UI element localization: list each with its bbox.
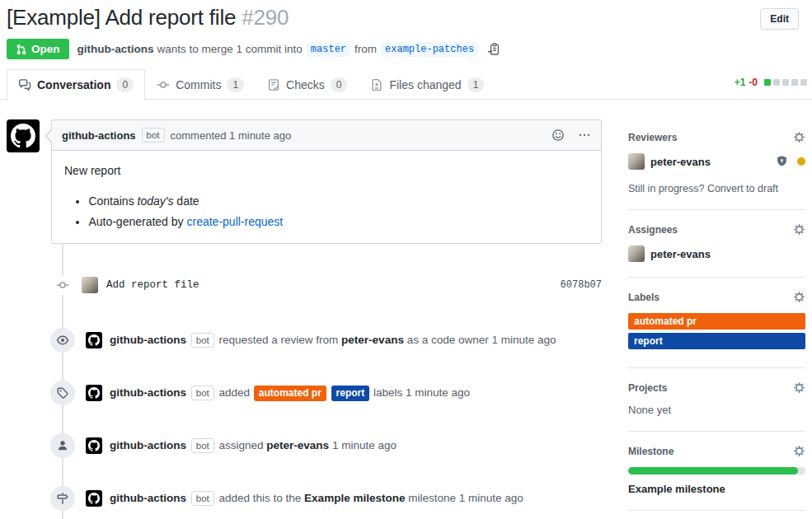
bot-badge: bot (191, 438, 214, 453)
reviewer-avatar (628, 153, 645, 170)
git-pull-request-icon (16, 44, 27, 55)
milestone-name-link[interactable]: Example milestone (628, 483, 805, 495)
gear-icon[interactable] (793, 291, 805, 303)
label-automated-pr[interactable]: automated pr (628, 313, 805, 330)
pr-state-label: Open (31, 43, 60, 55)
github-actions-avatar[interactable] (86, 437, 102, 454)
commit-author-avatar[interactable] (82, 277, 98, 293)
bot-badge: bot (191, 333, 214, 348)
gear-icon[interactable] (793, 445, 805, 457)
comment-meta: commented 1 minute ago (171, 129, 292, 142)
copy-branch-icon[interactable] (487, 43, 500, 56)
github-actions-avatar[interactable] (86, 490, 102, 507)
tab-label: Commits (176, 78, 221, 91)
base-branch-chip[interactable]: master (307, 42, 350, 57)
sidebar-section-labels: Labels automated pr report (628, 278, 805, 368)
actor-link[interactable]: github-actions (110, 492, 186, 504)
tab-count: 1 (227, 77, 244, 92)
comment-box: github-actions bot commented 1 minute ag… (51, 119, 602, 244)
projects-heading[interactable]: Projects (628, 381, 805, 394)
from-text: from (354, 43, 377, 55)
commit-message-link[interactable]: Add report file (106, 279, 561, 291)
timeline-event-assigned: github-actions bot assigned peter-evans … (0, 433, 608, 458)
milestone-heading[interactable]: Milestone (628, 445, 805, 457)
bot-badge: bot (191, 386, 214, 400)
assignee-name: peter-evans (650, 248, 711, 260)
sidebar-section-assignees: Assignees peter-evans (628, 210, 805, 278)
person-icon (50, 433, 75, 458)
assignee-row[interactable]: peter-evans (628, 245, 805, 262)
event-timestamp[interactable]: 1 minute ago (459, 492, 523, 504)
tab-label: Checks (286, 78, 325, 91)
file-diff-icon (370, 78, 383, 91)
actor-link[interactable]: github-actions (110, 386, 186, 399)
reviewers-heading[interactable]: Reviewers (628, 131, 805, 143)
reviewer-row[interactable]: peter-evans (628, 153, 805, 170)
tab-checks[interactable]: Checks 0 (256, 69, 359, 100)
tab-conversation[interactable]: Conversation 0 (7, 69, 145, 100)
milestone-icon (50, 486, 75, 511)
label-chip-automated-pr[interactable]: automated pr (254, 386, 326, 401)
labels-heading[interactable]: Labels (628, 291, 805, 303)
git-commit-icon (157, 78, 170, 91)
comment-header: github-actions bot commented 1 minute ag… (52, 120, 601, 151)
comment-author-link[interactable]: github-actions (62, 129, 136, 142)
comment-intro: New report (64, 162, 589, 180)
event-timestamp[interactable]: 1 minute ago (332, 439, 397, 451)
octocat-icon (88, 387, 100, 399)
pr-author-link[interactable]: github-actions (77, 43, 154, 55)
head-branch-chip[interactable]: example-patches (381, 42, 478, 57)
milestone-progress-fill (628, 467, 798, 475)
timeline-event-labeled: github-actions bot added automated pr re… (0, 381, 608, 405)
commit-sha-link[interactable]: 6078b07 (561, 279, 602, 291)
convert-to-draft-link[interactable]: Convert to draft (707, 183, 778, 194)
eye-icon (50, 328, 75, 353)
timeline-event-milestoned: github-actions bot added this to the Exa… (0, 486, 608, 511)
sidebar-section-projects: Projects None yet (628, 368, 805, 432)
assignee-link[interactable]: peter-evans (266, 439, 329, 451)
comment-discussion-icon (18, 78, 31, 91)
add-reaction-icon[interactable] (552, 129, 565, 142)
timeline: Add report file 6078b07 github-actions b… (0, 244, 608, 511)
assignee-avatar (628, 245, 645, 262)
octocat-icon (11, 124, 35, 148)
diffstat: +1 -0 (735, 77, 807, 88)
shield-lock-icon (775, 155, 789, 168)
issue-comment: github-actions bot commented 1 minute ag… (0, 119, 608, 244)
commit-row: Add report file 6078b07 (0, 244, 608, 295)
tab-files-changed[interactable]: Files changed 1 (359, 69, 495, 100)
event-timestamp[interactable]: 1 minute ago (491, 334, 556, 346)
gear-icon[interactable] (793, 381, 805, 394)
pr-state-badge: Open (7, 39, 69, 59)
tab-commits[interactable]: Commits 1 (145, 69, 256, 100)
pr-number: #290 (242, 5, 289, 30)
event-text: github-actions bot added this to the Exa… (110, 491, 523, 506)
page-title: [Example] Add report file #290 (7, 5, 760, 30)
event-timestamp[interactable]: 1 minute ago (406, 386, 470, 399)
octocat-icon (88, 334, 100, 346)
label-report[interactable]: report (628, 333, 805, 349)
assignees-heading[interactable]: Assignees (628, 223, 805, 236)
gear-icon[interactable] (793, 223, 805, 236)
github-actions-avatar[interactable] (86, 385, 102, 401)
kebab-menu-icon[interactable] (578, 129, 591, 142)
diff-block (800, 79, 807, 86)
github-actions-avatar[interactable] (7, 119, 40, 152)
edit-button[interactable]: Edit (760, 8, 799, 30)
reviewer-link[interactable]: peter-evans (341, 334, 404, 346)
diff-block (791, 79, 798, 86)
create-pull-request-link[interactable]: create-pull-request (186, 215, 283, 228)
milestone-link[interactable]: Example milestone (304, 492, 405, 504)
pull-request-page: [Example] Add report file #290 Edit Open… (0, 0, 812, 519)
label-chip-report[interactable]: report (331, 386, 370, 401)
sidebar-section-milestone: Milestone Example milestone (628, 432, 805, 511)
conversation-main: github-actions bot commented 1 minute ag… (0, 100, 608, 511)
github-actions-avatar[interactable] (86, 332, 102, 348)
sidebar-section-reviewers: Reviewers peter-evans Still in progress?… (628, 131, 805, 210)
gear-icon[interactable] (793, 131, 805, 143)
pr-header: [Example] Add report file #290 Edit Open… (0, 0, 812, 59)
italic-text: today's (138, 194, 174, 208)
actor-link[interactable]: github-actions (110, 334, 186, 346)
actor-link[interactable]: github-actions (110, 439, 186, 451)
bot-badge: bot (142, 128, 165, 143)
